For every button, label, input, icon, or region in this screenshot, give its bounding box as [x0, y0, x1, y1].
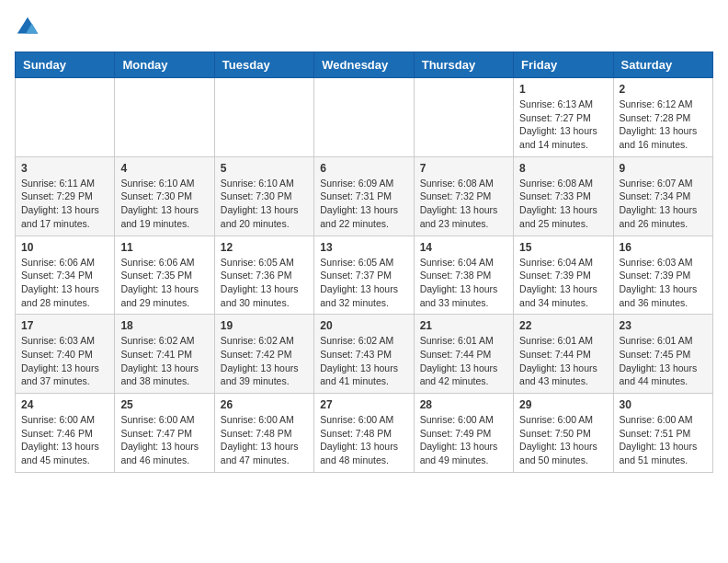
calendar-cell: 7Sunrise: 6:08 AM Sunset: 7:32 PM Daylig…	[414, 156, 513, 236]
calendar-cell: 10Sunrise: 6:06 AM Sunset: 7:34 PM Dayli…	[16, 236, 115, 315]
day-number: 30	[620, 398, 707, 411]
calendar-cell: 6Sunrise: 6:09 AM Sunset: 7:31 PM Daylig…	[314, 156, 414, 236]
calendar-cell: 18Sunrise: 6:02 AM Sunset: 7:41 PM Dayli…	[115, 315, 214, 394]
day-number: 17	[21, 319, 108, 332]
day-number: 2	[620, 83, 707, 96]
week-row-3: 10Sunrise: 6:06 AM Sunset: 7:34 PM Dayli…	[16, 236, 713, 315]
day-number: 16	[620, 241, 707, 254]
day-number: 8	[519, 162, 607, 175]
calendar-cell: 2Sunrise: 6:12 AM Sunset: 7:28 PM Daylig…	[613, 78, 712, 157]
calendar-header: SundayMondayTuesdayWednesdayThursdayFrid…	[16, 52, 713, 78]
day-info: Sunrise: 6:00 AM Sunset: 7:47 PM Dayligh…	[120, 413, 208, 467]
calendar-cell: 27Sunrise: 6:00 AM Sunset: 7:48 PM Dayli…	[314, 394, 414, 473]
day-info: Sunrise: 6:04 AM Sunset: 7:38 PM Dayligh…	[420, 256, 507, 310]
day-info: Sunrise: 6:01 AM Sunset: 7:45 PM Dayligh…	[620, 334, 707, 388]
day-header-sunday: Sunday	[16, 52, 115, 78]
day-number: 9	[620, 162, 707, 175]
calendar-cell: 5Sunrise: 6:10 AM Sunset: 7:30 PM Daylig…	[214, 156, 313, 236]
day-info: Sunrise: 6:11 AM Sunset: 7:29 PM Dayligh…	[21, 177, 108, 231]
day-info: Sunrise: 6:12 AM Sunset: 7:28 PM Dayligh…	[620, 98, 707, 152]
calendar-cell: 19Sunrise: 6:02 AM Sunset: 7:42 PM Dayli…	[214, 315, 313, 394]
day-number: 15	[519, 241, 607, 254]
calendar-cell: 25Sunrise: 6:00 AM Sunset: 7:47 PM Dayli…	[115, 394, 214, 473]
calendar-cell: 12Sunrise: 6:05 AM Sunset: 7:36 PM Dayli…	[214, 236, 313, 315]
day-number: 29	[519, 398, 607, 411]
day-header-tuesday: Tuesday	[214, 52, 313, 78]
day-info: Sunrise: 6:06 AM Sunset: 7:35 PM Dayligh…	[120, 256, 208, 310]
day-number: 12	[221, 241, 308, 254]
day-info: Sunrise: 6:02 AM Sunset: 7:43 PM Dayligh…	[320, 334, 407, 388]
day-info: Sunrise: 6:00 AM Sunset: 7:50 PM Dayligh…	[519, 413, 607, 467]
page-header	[15, 15, 713, 40]
days-of-week-row: SundayMondayTuesdayWednesdayThursdayFrid…	[16, 52, 713, 78]
calendar-cell: 16Sunrise: 6:03 AM Sunset: 7:39 PM Dayli…	[613, 236, 712, 315]
day-info: Sunrise: 6:05 AM Sunset: 7:36 PM Dayligh…	[221, 256, 308, 310]
day-info: Sunrise: 6:01 AM Sunset: 7:44 PM Dayligh…	[519, 334, 607, 388]
calendar-body: 1Sunrise: 6:13 AM Sunset: 7:27 PM Daylig…	[16, 78, 713, 473]
day-info: Sunrise: 6:10 AM Sunset: 7:30 PM Dayligh…	[221, 177, 308, 231]
day-number: 24	[21, 398, 108, 411]
day-number: 10	[21, 241, 108, 254]
day-number: 7	[420, 162, 507, 175]
day-number: 6	[320, 162, 407, 175]
calendar-cell	[414, 78, 513, 157]
calendar-cell: 4Sunrise: 6:10 AM Sunset: 7:30 PM Daylig…	[115, 156, 214, 236]
day-info: Sunrise: 6:00 AM Sunset: 7:51 PM Dayligh…	[620, 413, 707, 467]
day-header-thursday: Thursday	[414, 52, 513, 78]
day-number: 27	[320, 398, 407, 411]
calendar-cell: 22Sunrise: 6:01 AM Sunset: 7:44 PM Dayli…	[514, 315, 613, 394]
day-number: 3	[21, 162, 108, 175]
day-info: Sunrise: 6:07 AM Sunset: 7:34 PM Dayligh…	[620, 177, 707, 231]
day-number: 25	[120, 398, 208, 411]
day-info: Sunrise: 6:00 AM Sunset: 7:48 PM Dayligh…	[320, 413, 407, 467]
day-header-wednesday: Wednesday	[314, 52, 414, 78]
day-info: Sunrise: 6:08 AM Sunset: 7:33 PM Dayligh…	[519, 177, 607, 231]
calendar-cell: 17Sunrise: 6:03 AM Sunset: 7:40 PM Dayli…	[16, 315, 115, 394]
calendar-cell: 26Sunrise: 6:00 AM Sunset: 7:48 PM Dayli…	[214, 394, 313, 473]
calendar-cell	[214, 78, 313, 157]
calendar-cell: 1Sunrise: 6:13 AM Sunset: 7:27 PM Daylig…	[514, 78, 613, 157]
day-number: 4	[120, 162, 208, 175]
day-header-monday: Monday	[115, 52, 214, 78]
day-number: 19	[221, 319, 308, 332]
day-info: Sunrise: 6:08 AM Sunset: 7:32 PM Dayligh…	[420, 177, 507, 231]
calendar-cell: 8Sunrise: 6:08 AM Sunset: 7:33 PM Daylig…	[514, 156, 613, 236]
calendar-cell: 15Sunrise: 6:04 AM Sunset: 7:39 PM Dayli…	[514, 236, 613, 315]
day-info: Sunrise: 6:10 AM Sunset: 7:30 PM Dayligh…	[120, 177, 208, 231]
day-info: Sunrise: 6:00 AM Sunset: 7:48 PM Dayligh…	[221, 413, 308, 467]
day-number: 23	[620, 319, 707, 332]
calendar-cell: 13Sunrise: 6:05 AM Sunset: 7:37 PM Dayli…	[314, 236, 414, 315]
day-number: 22	[519, 319, 607, 332]
day-info: Sunrise: 6:05 AM Sunset: 7:37 PM Dayligh…	[320, 256, 407, 310]
calendar-cell: 30Sunrise: 6:00 AM Sunset: 7:51 PM Dayli…	[613, 394, 712, 473]
day-info: Sunrise: 6:03 AM Sunset: 7:40 PM Dayligh…	[21, 334, 108, 388]
day-info: Sunrise: 6:13 AM Sunset: 7:27 PM Dayligh…	[519, 98, 607, 152]
day-info: Sunrise: 6:00 AM Sunset: 7:46 PM Dayligh…	[21, 413, 108, 467]
calendar-cell	[314, 78, 414, 157]
day-info: Sunrise: 6:01 AM Sunset: 7:44 PM Dayligh…	[420, 334, 507, 388]
calendar-cell: 29Sunrise: 6:00 AM Sunset: 7:50 PM Dayli…	[514, 394, 613, 473]
day-number: 14	[420, 241, 507, 254]
calendar-cell: 24Sunrise: 6:00 AM Sunset: 7:46 PM Dayli…	[16, 394, 115, 473]
day-number: 20	[320, 319, 407, 332]
day-info: Sunrise: 6:04 AM Sunset: 7:39 PM Dayligh…	[519, 256, 607, 310]
calendar-cell: 21Sunrise: 6:01 AM Sunset: 7:44 PM Dayli…	[414, 315, 513, 394]
day-info: Sunrise: 6:00 AM Sunset: 7:49 PM Dayligh…	[420, 413, 507, 467]
day-header-friday: Friday	[514, 52, 613, 78]
day-info: Sunrise: 6:02 AM Sunset: 7:42 PM Dayligh…	[221, 334, 308, 388]
day-header-saturday: Saturday	[613, 52, 712, 78]
day-number: 5	[221, 162, 308, 175]
day-number: 26	[221, 398, 308, 411]
day-number: 18	[120, 319, 208, 332]
day-number: 11	[120, 241, 208, 254]
calendar-cell: 11Sunrise: 6:06 AM Sunset: 7:35 PM Dayli…	[115, 236, 214, 315]
calendar-cell: 20Sunrise: 6:02 AM Sunset: 7:43 PM Dayli…	[314, 315, 414, 394]
week-row-1: 1Sunrise: 6:13 AM Sunset: 7:27 PM Daylig…	[16, 78, 713, 157]
day-number: 1	[519, 83, 607, 96]
day-number: 13	[320, 241, 407, 254]
day-info: Sunrise: 6:09 AM Sunset: 7:31 PM Dayligh…	[320, 177, 407, 231]
day-info: Sunrise: 6:02 AM Sunset: 7:41 PM Dayligh…	[120, 334, 208, 388]
week-row-2: 3Sunrise: 6:11 AM Sunset: 7:29 PM Daylig…	[16, 156, 713, 236]
calendar-cell	[115, 78, 214, 157]
week-row-5: 24Sunrise: 6:00 AM Sunset: 7:46 PM Dayli…	[16, 394, 713, 473]
